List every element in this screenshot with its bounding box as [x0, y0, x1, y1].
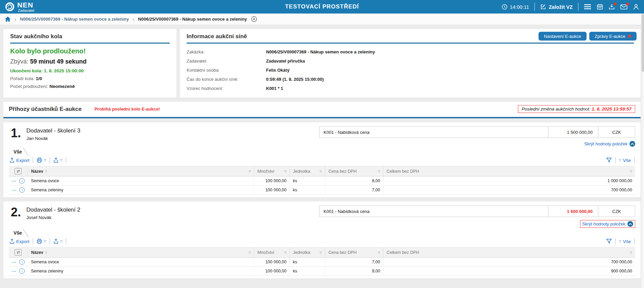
item-name: Semena zeleniny: [28, 267, 254, 276]
calendar-icon: [597, 4, 603, 10]
nen-logo[interactable]: NEN Zadavatel: [5, 1, 34, 13]
filter-triangle-icon[interactable]: ▽: [284, 251, 287, 254]
row-actions-icon[interactable]: •••: [12, 261, 17, 264]
filter-triangle-icon[interactable]: ▽: [320, 251, 322, 254]
filter-triangle-icon[interactable]: ▽: [630, 251, 632, 254]
chevron-up-icon: [627, 221, 633, 227]
tab-vse[interactable]: Vše: [9, 229, 23, 237]
table-row: •••i Semena ovoce 100 000,00 ks 8,00 1 0…: [9, 176, 635, 186]
profile-button[interactable]: [633, 4, 639, 10]
column-header-mnozstvi[interactable]: Množství▽: [254, 247, 290, 258]
create-vz-button[interactable]: Založit VZ: [540, 4, 573, 10]
dropdown-triangle-icon: ▽: [44, 240, 46, 243]
scrollbar-thumb[interactable]: [642, 14, 644, 72]
filter-triangle-icon[interactable]: ▽: [320, 170, 322, 173]
top-bar: NEN Zadavatel TESTOVACÍ PROSTŘEDÍ 14:00:…: [0, 0, 644, 14]
tab-vse[interactable]: Vše: [9, 148, 23, 156]
item-unit: ks: [290, 267, 325, 276]
menu-button[interactable]: [584, 4, 591, 9]
item-price: 7,00: [325, 258, 383, 267]
sort-asc-icon: ↑: [45, 250, 47, 255]
filter-all-dropdown[interactable]: ▽ Vše: [619, 158, 631, 163]
chevron-right-icon: ›: [15, 16, 16, 22]
export-button[interactable]: Export: [9, 239, 29, 244]
filter-all-dropdown[interactable]: ▽ Vše: [619, 239, 631, 244]
sort-asc-icon: ↑: [45, 169, 47, 174]
round-extended-status: Kolo bylo prodlouženo!: [10, 47, 170, 55]
chevron-up-icon: [629, 141, 635, 147]
row-info-icon[interactable]: i: [19, 259, 25, 265]
breadcrumb-item-1[interactable]: N006/25/V00007369 - Nákup semen ovoce a …: [20, 17, 129, 22]
auction-info-panel: Nastavení E-aukce Zprávy E-aukce Informa…: [180, 29, 641, 98]
export-button[interactable]: Export: [9, 158, 29, 163]
calendar-button[interactable]: [597, 4, 603, 10]
downloads-button[interactable]: [609, 4, 615, 10]
tab-edge: [23, 229, 29, 237]
dropdown-triangle-icon: ▽: [60, 159, 63, 162]
messages-badge: [626, 3, 629, 6]
filter-triangle-icon[interactable]: ▽: [378, 251, 380, 254]
divider: [66, 238, 66, 244]
breadcrumb-item-2[interactable]: N006/25/V00007369 - Nákup semen ovoce a …: [138, 17, 247, 22]
share-button[interactable]: ▽: [53, 158, 63, 163]
auction-settings-label: Nastavení E-aukce: [544, 34, 581, 39]
filter-button[interactable]: [606, 158, 612, 163]
table-header-row: ⇄ Název↑ ▽ Množství▽ Jednotka▽ Cena bez …: [9, 166, 635, 176]
table-row: •••i Semena zeleniny 100 000,00 ks 7,00 …: [9, 186, 635, 195]
filter-triangle-icon[interactable]: ▽: [249, 251, 251, 254]
item-price: 9,00: [325, 267, 383, 276]
vertical-scrollbar[interactable]: [641, 14, 644, 288]
column-header-cena[interactable]: Cena bez DPH▽: [325, 166, 383, 176]
item-unit: ks: [290, 186, 325, 195]
row-info-icon[interactable]: i: [19, 178, 25, 184]
row-actions-icon[interactable]: •••: [12, 189, 17, 192]
round-order-value: 1/0: [36, 76, 42, 81]
share-button[interactable]: ▽: [53, 239, 63, 244]
round-end: Ukončení kola: 1. 8. 2025 15:00:00: [10, 68, 170, 73]
column-header-celkem[interactable]: Celkem bez DPH▽: [383, 166, 635, 176]
filter-all-label: Vše: [623, 158, 631, 163]
bid-currency: CZK: [598, 127, 635, 138]
row-actions-icon[interactable]: •••: [12, 179, 17, 183]
edit-icon: [540, 4, 546, 10]
dropdown-triangle-icon: ▽: [619, 159, 621, 162]
last-change-box: Poslední změna aukčních hodnot: 1. 8. 20…: [518, 105, 635, 113]
column-header-cena[interactable]: Cena bez DPH▽: [325, 247, 383, 258]
print-button[interactable]: ▽: [37, 158, 46, 163]
filter-triangle-icon[interactable]: ▽: [249, 170, 251, 173]
grid-toolbar: Export ▽ ▽ ▽ Vše: [9, 237, 635, 247]
row-info-icon[interactable]: i: [19, 187, 25, 193]
column-header-mnozstvi[interactable]: Množství▽: [254, 166, 290, 176]
bids-section-title: Příhozy účastníků E-aukce: [9, 106, 81, 113]
export-label: Export: [16, 239, 29, 244]
column-header-nazev[interactable]: Název↑ ▽: [28, 247, 254, 258]
messages-button[interactable]: [620, 4, 627, 10]
logo-subtitle: Zadavatel: [18, 9, 34, 13]
divider: [33, 157, 33, 163]
close-tab-icon[interactable]: [251, 16, 257, 22]
round-status-title: Stav aukčního kola: [10, 33, 170, 44]
column-header-jednotka[interactable]: Jednotka▽: [290, 247, 325, 258]
filter-button[interactable]: [606, 239, 612, 244]
auction-settings-button[interactable]: Nastavení E-aukce: [539, 32, 587, 41]
row-info-icon[interactable]: i: [19, 268, 25, 274]
print-button[interactable]: ▽: [37, 239, 46, 244]
column-header-celkem[interactable]: Celkem bez DPH▽: [383, 247, 635, 258]
tab-edge: [23, 147, 29, 156]
filter-triangle-icon[interactable]: ▽: [378, 170, 380, 173]
hide-items-link[interactable]: Skrýt hodnoty položek: [584, 141, 635, 147]
column-header-nazev[interactable]: Název↑ ▽: [28, 166, 254, 176]
column-settings-icon[interactable]: ⇄: [15, 249, 22, 256]
filter-triangle-icon[interactable]: ▽: [630, 170, 632, 173]
column-header-jednotka[interactable]: Jednotka▽: [290, 166, 325, 176]
auction-messages-button[interactable]: Zprávy E-aukce: [589, 32, 637, 41]
column-settings-icon[interactable]: ⇄: [15, 168, 22, 174]
export-label: Export: [16, 158, 29, 163]
hide-items-link[interactable]: Skrýt hodnoty položek: [580, 220, 635, 228]
round-status-panel: Stav aukčního kola Kolo bylo prodlouženo…: [3, 29, 176, 98]
filter-triangle-icon[interactable]: ▽: [284, 170, 287, 173]
info-row-cas-do-konce: Čas do konce aukční síně: 0:59:49 (1. 8.…: [187, 75, 634, 84]
home-icon[interactable]: [5, 16, 11, 22]
filter-all-label: Vše: [623, 239, 631, 244]
row-actions-icon[interactable]: •••: [12, 270, 17, 273]
